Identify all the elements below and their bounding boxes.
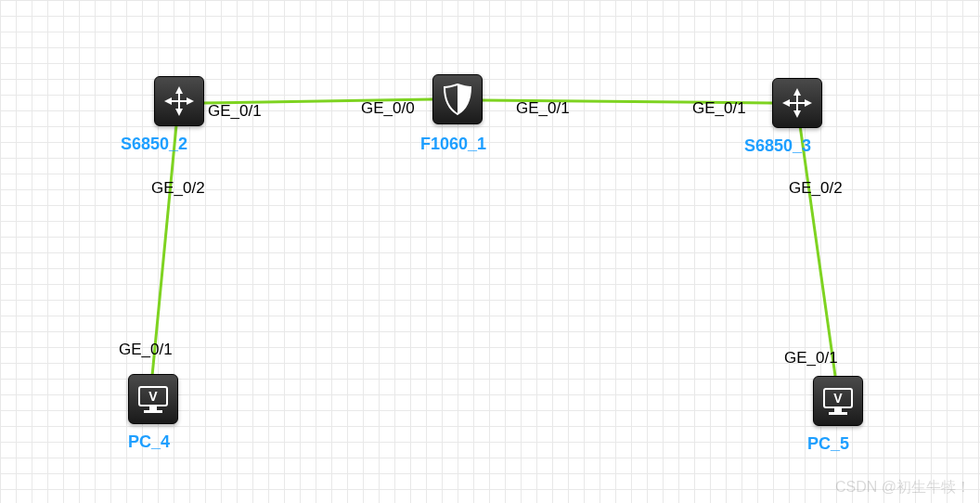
svg-text:V: V [833,391,843,406]
node-pc_4[interactable]: V [128,374,178,424]
port-s6850_3-ge02: GE_0/2 [789,179,843,198]
port-s6850_2-ge01: GE_0/1 [208,102,262,121]
watermark: CSDN @初生牛犊！ [835,478,971,497]
port-pc_4-ge01: GE_0/1 [119,341,173,359]
node-s6850_2[interactable] [154,76,204,126]
node-label-s6850_2: S6850_2 [121,135,187,154]
port-pc_5-ge01: GE_0/1 [784,349,838,368]
node-s6850_3[interactable] [772,78,822,128]
pc-icon: V [135,380,172,418]
svg-rect-1 [149,406,157,410]
svg-rect-6 [829,412,847,415]
svg-text:V: V [148,389,158,404]
node-label-f1060_1: F1060_1 [420,135,486,154]
svg-rect-5 [834,407,842,412]
port-f1060_1-ge00: GE_0/0 [361,99,415,118]
node-label-pc_5: PC_5 [807,434,849,454]
pc-icon: V [819,382,857,419]
port-s6850_2-ge02: GE_0/2 [151,179,205,198]
svg-rect-2 [144,410,162,413]
switch-icon [779,84,816,122]
node-label-pc_4: PC_4 [128,432,170,452]
switch-icon [161,83,198,120]
port-s6850_3-ge01: GE_0/1 [692,99,746,118]
topology-canvas[interactable]: S6850_2 F1060_1 S6850_3 V PC_4 V PC_5 [0,0,980,503]
node-pc_5[interactable]: V [813,376,863,426]
node-f1060_1[interactable] [432,74,483,124]
port-f1060_1-ge01: GE_0/1 [516,99,570,118]
node-label-s6850_3: S6850_3 [744,136,811,156]
firewall-icon [439,81,476,118]
